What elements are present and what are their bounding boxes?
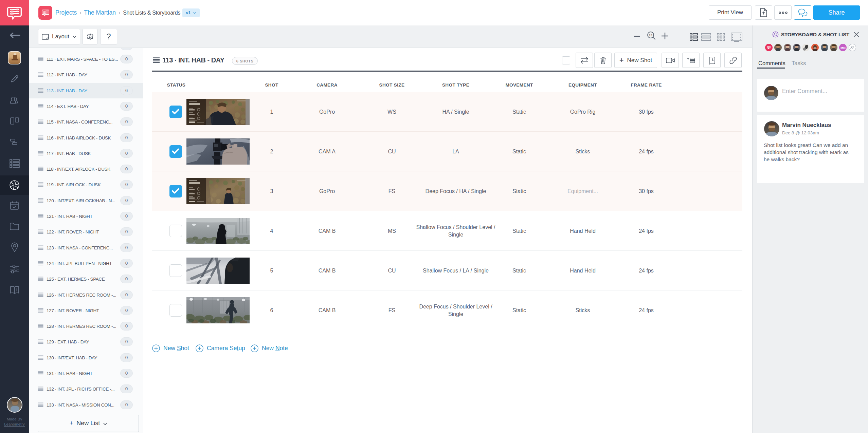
- svg-text:1:1: 1:1: [649, 34, 652, 37]
